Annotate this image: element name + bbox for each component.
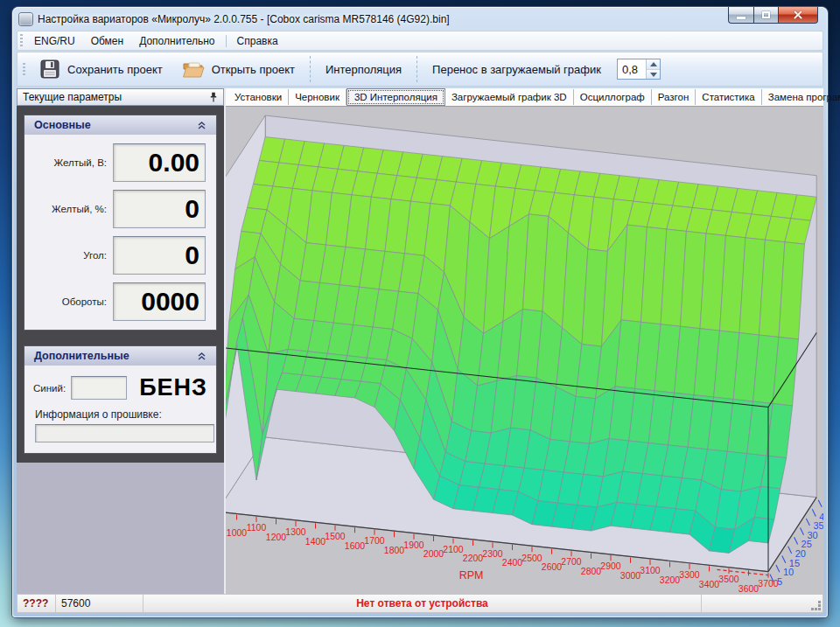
svg-text:20: 20 — [795, 548, 806, 559]
sidebar-dock-panel: Основные Желтый, В:0.00Желтый, %:0Угол:0… — [17, 106, 224, 463]
status-filler — [702, 595, 822, 612]
svg-text:3500: 3500 — [718, 574, 738, 584]
group-main-header[interactable]: Основные — [24, 115, 216, 135]
save-icon — [39, 59, 60, 80]
menu-item-1[interactable]: Обмен — [83, 32, 132, 50]
open-folder-icon — [182, 59, 205, 80]
group-additional-header[interactable]: Дополнительные — [24, 346, 216, 366]
tab-7[interactable]: Замена программы — [762, 89, 840, 105]
svg-text:RPM: RPM — [459, 569, 484, 582]
maximize-button[interactable] — [753, 7, 778, 24]
maximize-icon — [762, 11, 770, 18]
menu-grip-handle[interactable] — [20, 34, 23, 47]
menu-item-2[interactable]: Дополнительно — [131, 32, 222, 50]
svg-text:10: 10 — [783, 567, 794, 577]
chart-3d-interpolation[interactable]: 9001000110012001300140015001600170018001… — [226, 107, 823, 594]
minimize-button[interactable] — [728, 7, 753, 24]
caption-buttons — [728, 7, 818, 24]
collapse-chevron-icon[interactable] — [197, 121, 206, 130]
tab-2[interactable]: 3D Интерполяция — [346, 88, 445, 106]
telemetry-value-1: 0 — [113, 190, 206, 228]
svg-text:1900: 1900 — [403, 540, 424, 550]
sidebar-current-parameters: Текущие параметры Основные — [17, 88, 224, 594]
telemetry-label-2: Угол: — [83, 250, 107, 261]
svg-text:1800: 1800 — [384, 544, 404, 554]
status-message: Нет ответа от устройства — [144, 595, 702, 612]
sidebar-header: Текущие параметры — [17, 88, 224, 106]
telemetry-value-3: 0000 — [113, 282, 206, 321]
title-bar[interactable]: Настройка вариаторов «Микролуч» 2.0.0.75… — [17, 7, 823, 31]
tab-6[interactable]: Статистика — [696, 89, 761, 105]
svg-text:5: 5 — [777, 576, 782, 587]
tab-3[interactable]: Загружаемый график 3D — [445, 89, 574, 105]
tab-0[interactable]: Установки — [228, 89, 289, 105]
group-additional-body: Синий: БЕНЗ Информация о прошивке: — [24, 366, 216, 453]
firmware-info-field[interactable] — [35, 424, 214, 442]
status-bar: ???? 57600 Нет ответа от устройства — [17, 594, 823, 613]
svg-text:1700: 1700 — [364, 535, 384, 546]
coefficient-spinner: 0,8 — [617, 59, 661, 80]
svg-text:35: 35 — [813, 520, 823, 531]
group-main-body: Желтый, В:0.00Желтый, %:0Угол:0Обороты:0… — [24, 135, 216, 330]
toolbar-separator — [416, 56, 417, 82]
tab-1[interactable]: Черновик — [289, 89, 346, 105]
svg-text:3200: 3200 — [660, 575, 680, 585]
menu-item-3[interactable]: Справка — [229, 32, 286, 50]
toolbar: Сохранить проект Открыть проект Интерпол… — [17, 52, 823, 87]
tab-5[interactable]: Разгон — [652, 89, 696, 105]
svg-text:1300: 1300 — [285, 526, 305, 537]
svg-text:2100: 2100 — [443, 544, 463, 554]
svg-text:3100: 3100 — [640, 565, 660, 575]
menu-bar: ENG/RUОбменДополнительноСправка — [17, 31, 823, 51]
resize-grip[interactable] — [818, 608, 821, 610]
pin-icon[interactable] — [209, 92, 218, 102]
svg-text:2700: 2700 — [561, 556, 581, 567]
transfer-label: Перенос в загружаемый график — [432, 63, 601, 76]
save-project-label: Сохранить проект — [67, 63, 163, 76]
svg-text:30: 30 — [808, 530, 818, 540]
svg-text:2500: 2500 — [522, 552, 542, 562]
blue-field[interactable] — [71, 376, 127, 400]
coefficient-value[interactable]: 0,8 — [618, 59, 646, 79]
sidebar-header-label: Текущие параметры — [23, 91, 122, 103]
menu-items: ENG/RUОбменДополнительноСправка — [26, 32, 286, 50]
spinner-down-button[interactable] — [647, 70, 660, 80]
surface-plot[interactable]: 9001000110012001300140015001600170018001… — [226, 107, 823, 594]
svg-text:2900: 2900 — [600, 561, 620, 571]
spinner-up-button[interactable] — [647, 59, 660, 70]
open-project-button[interactable]: Открыть проект — [173, 55, 304, 83]
tab-4[interactable]: Осциллограф — [574, 89, 652, 105]
telemetry-label-3: Обороты: — [62, 296, 107, 307]
telemetry-label-1: Желтый, %: — [52, 204, 107, 214]
close-button[interactable] — [778, 7, 818, 24]
interpolation-label: Интерполяция — [326, 63, 402, 76]
status-port: ???? — [18, 595, 56, 612]
app-window: Настройка вариаторов «Микролуч» 2.0.0.75… — [12, 7, 828, 617]
open-project-label: Открыть проект — [212, 63, 295, 76]
save-project-button[interactable]: Сохранить проект — [31, 55, 172, 83]
svg-text:2200: 2200 — [463, 553, 483, 563]
group-main-title: Основные — [34, 119, 91, 131]
telemetry-value-0: 0.00 — [113, 143, 206, 182]
group-main-parameters: Основные Желтый, В:0.00Желтый, %:0Угол:0… — [24, 115, 216, 330]
fuel-badge: БЕНЗ — [139, 374, 207, 401]
group-additional-title: Дополнительные — [34, 350, 130, 362]
toolbar-grip-handle[interactable] — [23, 63, 25, 76]
window-title: Настройка вариаторов «Микролуч» 2.0.0.75… — [38, 13, 450, 25]
transfer-to-loaded-graph-button[interactable]: Перенос в загружаемый график — [424, 59, 610, 80]
svg-text:1200: 1200 — [266, 532, 286, 542]
main-panel: УстановкиЧерновик3D ИнтерполяцияЗагружае… — [226, 88, 823, 594]
svg-text:3600: 3600 — [738, 583, 759, 594]
blue-label: Синий: — [33, 383, 66, 394]
collapse-chevron-icon[interactable] — [197, 352, 206, 361]
group-additional: Дополнительные Синий: БЕНЗ — [24, 346, 216, 453]
telemetry-row-2: Угол:0 — [35, 236, 206, 275]
menu-item-0[interactable]: ENG/RU — [26, 32, 83, 50]
svg-text:1600: 1600 — [345, 540, 365, 551]
blue-row: Синий: БЕНЗ — [33, 374, 207, 401]
minimize-icon — [737, 17, 746, 19]
svg-text:40: 40 — [819, 511, 823, 521]
svg-text:1400: 1400 — [305, 536, 326, 547]
interpolation-button[interactable]: Интерполяция — [317, 59, 410, 80]
svg-text:1000: 1000 — [227, 527, 247, 538]
